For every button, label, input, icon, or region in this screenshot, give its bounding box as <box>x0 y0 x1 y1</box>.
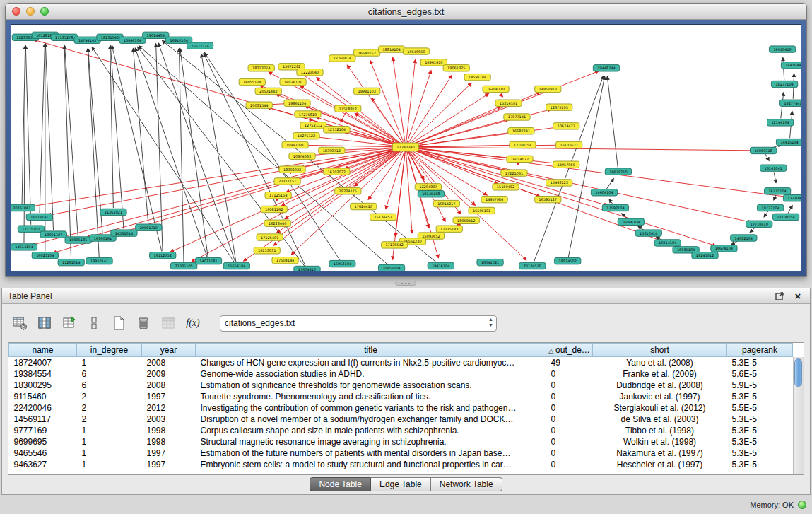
graph-node[interactable]: 15493123 <box>546 180 572 186</box>
table-cell[interactable]: 5.3E-5 <box>727 391 793 402</box>
table-cell[interactable]: 0 <box>546 368 593 380</box>
graph-node[interactable]: 17221061 <box>501 170 527 176</box>
table-row[interactable]: 911546021997Tourette syndrome. Phenomeno… <box>9 391 793 402</box>
table-cell[interactable]: 2008 <box>142 380 196 391</box>
table-cell[interactable]: 6 <box>77 368 142 380</box>
graph-node[interactable]: 16014217 <box>433 200 459 206</box>
table-cell[interactable]: 1 <box>77 436 142 448</box>
table-row[interactable]: 1938455462009Genome-wide association stu… <box>9 368 793 380</box>
vertical-scrollbar[interactable] <box>793 357 804 474</box>
graph-node[interactable]: 18302022 <box>279 166 305 173</box>
graph-node[interactable]: 19245012 <box>692 252 718 259</box>
show-columns-icon[interactable] <box>35 314 54 332</box>
graph-node[interactable]: 16223440 <box>264 220 290 226</box>
close-panel-icon[interactable]: × <box>792 291 804 302</box>
graph-node[interactable]: 16595127 <box>535 196 561 202</box>
table-cell[interactable]: 14569117 <box>9 414 77 425</box>
graph-node[interactable]: 16687241 <box>508 128 534 134</box>
graph-node[interactable]: 14031181 <box>195 257 221 264</box>
table-cell[interactable]: 1 <box>77 459 142 470</box>
graph-node[interactable]: 20031544 <box>246 102 272 108</box>
graph-node[interactable]: 16953104 <box>329 260 355 267</box>
graph-node[interactable]: 15905185 <box>65 237 91 243</box>
table-cell[interactable]: Structural magnetic resonance image aver… <box>196 436 546 448</box>
graph-node[interactable]: 12144104 <box>767 119 793 126</box>
graph-node[interactable]: 15959318 <box>751 147 777 153</box>
table-cell[interactable]: 1997 <box>142 459 196 470</box>
graph-node[interactable]: 16961910 <box>420 59 447 66</box>
graph-node[interactable]: 19081162 <box>261 206 287 212</box>
window-titlebar[interactable]: citations_edges.txt <box>6 4 806 20</box>
graph-node[interactable]: 10852104 <box>378 264 404 271</box>
graph-node[interactable]: 12752112 <box>300 122 326 129</box>
graph-node[interactable]: 17125401 <box>257 234 283 240</box>
table-cell[interactable]: Embryonic stem cells: a model to study s… <box>196 459 546 470</box>
graph-node[interactable]: 15150492 <box>493 184 519 190</box>
table-cell[interactable]: 0 <box>546 414 593 425</box>
graph-node[interactable]: 17604410 <box>294 266 320 271</box>
network-canvas[interactable]: 1724034018313074160551282053144218026101… <box>11 25 801 271</box>
graph-node[interactable]: 18591104 <box>464 74 490 80</box>
table-cell[interactable]: Estimation of significance thresholds fo… <box>196 380 546 391</box>
table-cell[interactable]: Tibbo et al. (1998) <box>593 425 727 436</box>
table-row[interactable]: 969969511998Structural magnetic resonanc… <box>9 436 793 448</box>
table-cell[interactable]: 22420046 <box>9 402 77 414</box>
column-header-out_de[interactable]: △out_de… <box>546 344 593 357</box>
graph-node[interactable]: 12223040 <box>297 69 323 76</box>
delete-icon[interactable] <box>134 314 153 332</box>
graph-node[interactable]: 18026101 <box>280 78 306 85</box>
table-cell[interactable]: 5.9E-5 <box>727 380 793 391</box>
table-cell[interactable]: 9463627 <box>9 459 77 470</box>
table-cell[interactable]: 18300295 <box>9 380 77 391</box>
table-row[interactable]: 946554611997Estimation of the future num… <box>9 448 793 459</box>
table-cell[interactable]: 5.3E-5 <box>727 436 793 448</box>
table-row[interactable]: 1872400712008Changes of HCN gene express… <box>9 357 793 368</box>
graph-node[interactable]: 19997031 <box>282 141 308 148</box>
table-cell[interactable]: 0 <box>546 448 593 459</box>
graph-node[interactable]: 20531442 <box>255 88 281 94</box>
table-cell[interactable]: 2008 <box>142 357 196 368</box>
new-file-icon[interactable] <box>110 314 128 332</box>
graph-node[interactable]: 18059412 <box>453 217 479 223</box>
column-header-pagerank[interactable]: pagerank <box>727 344 793 357</box>
table-cell[interactable]: Changes of HCN gene expression and I(f) … <box>196 357 546 368</box>
table-cell[interactable]: Stergiakouli et al. (2012) <box>593 402 727 414</box>
graph-node[interactable]: 10974033 <box>289 153 315 159</box>
graph-node[interactable]: 10773104 <box>758 204 784 211</box>
table-cell[interactable]: 1998 <box>142 425 196 436</box>
column-header-in_degree[interactable]: in_degree <box>77 344 142 357</box>
graph-node[interactable]: 16646950 <box>403 48 429 54</box>
table-cell[interactable]: 1997 <box>142 391 196 402</box>
graph-node[interactable]: 21261021 <box>100 209 126 215</box>
graph-node[interactable]: 20261061 <box>11 204 35 211</box>
table-cell[interactable]: 5.5E-5 <box>727 402 793 414</box>
table-cell[interactable]: 9115460 <box>9 391 77 402</box>
graph-node[interactable]: 16640152 <box>354 49 380 56</box>
table-cell[interactable]: 5.3E-5 <box>727 448 793 459</box>
table-cell[interactable]: Yano et al. (2008) <box>593 357 727 368</box>
graph-node[interactable]: 16406110 <box>483 86 509 92</box>
table-cell[interactable]: 5.3E-5 <box>727 414 793 425</box>
graph-node[interactable]: 10674427 <box>553 123 579 129</box>
graph-node[interactable]: 14092104 <box>731 235 757 241</box>
table-cell[interactable]: 2012 <box>142 402 196 414</box>
table-row[interactable]: 977716911998Corpus callosum shape and si… <box>9 425 793 436</box>
table-cell[interactable]: Franke et al. (2009) <box>593 368 727 380</box>
graph-node[interactable]: 16141041 <box>760 165 787 171</box>
graph-node[interactable]: 19416104 <box>428 262 454 269</box>
graph-node[interactable]: 17125154 <box>265 192 291 199</box>
minimize-window-button[interactable] <box>26 7 35 16</box>
float-panel-icon[interactable] <box>773 291 786 302</box>
graph-node[interactable]: 16055128 <box>239 78 265 85</box>
graph-node[interactable]: 14410441 <box>781 62 801 69</box>
graph-node[interactable]: 16041021 <box>477 259 503 265</box>
table-cell[interactable]: Genome-wide association studies in ADHD. <box>196 368 546 380</box>
graph-node[interactable]: 17275810 <box>295 111 321 117</box>
graph-node[interactable]: 16112752 <box>150 252 176 259</box>
graph-node[interactable]: 19014404 <box>143 32 169 38</box>
table-cell[interactable]: Estimation of the future numbers of pati… <box>196 448 546 459</box>
graph-node[interactable]: 18924502 <box>555 257 581 264</box>
graph-node[interactable]: 20317151 <box>274 178 300 185</box>
tab-network-table[interactable]: Network Table <box>431 477 502 491</box>
graph-node[interactable]: 19145458 <box>418 191 444 197</box>
